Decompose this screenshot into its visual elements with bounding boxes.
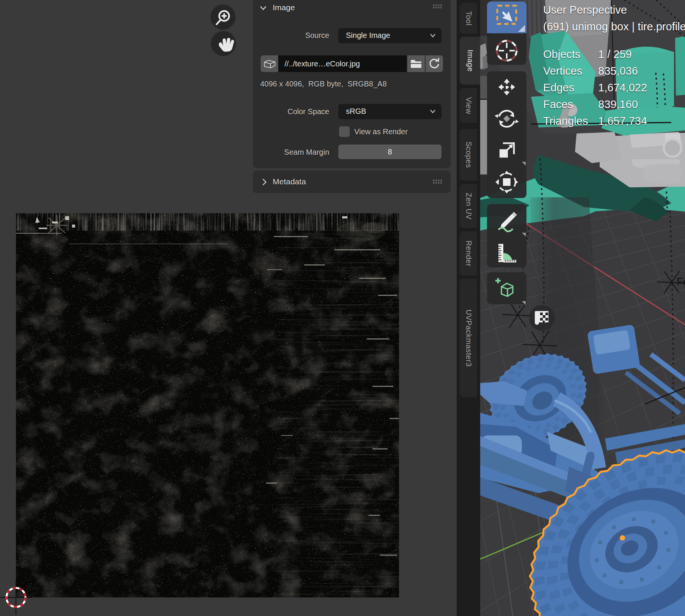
svg-text:Fe: Fe [677,276,685,288]
